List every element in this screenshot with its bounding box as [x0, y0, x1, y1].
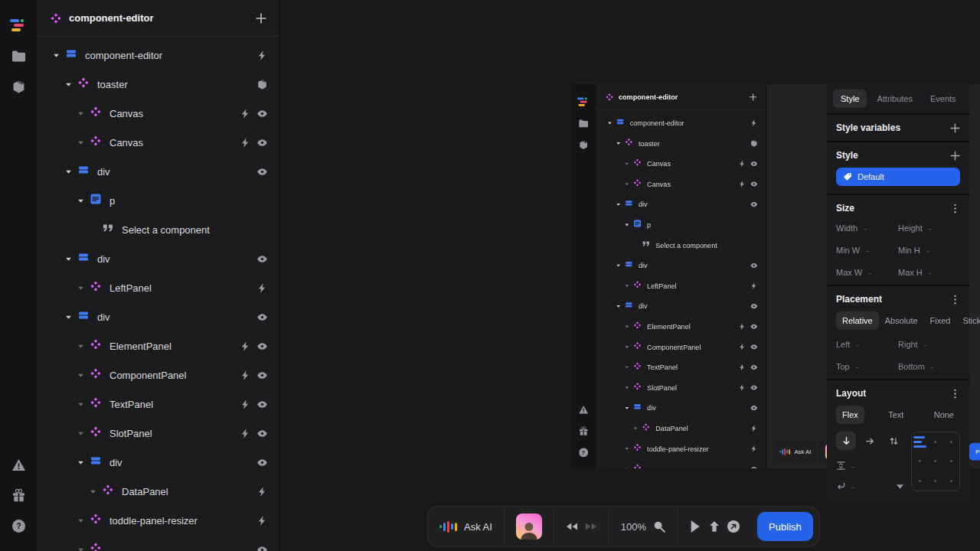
- tree-row-select-a-component[interactable]: Select a component: [596, 235, 766, 256]
- eye-icon[interactable]: [257, 109, 267, 119]
- tree-row-select-a-component[interactable]: Select a component: [37, 215, 279, 244]
- tree-row-div[interactable]: div: [596, 398, 766, 419]
- eye-icon[interactable]: [257, 254, 267, 264]
- eye-icon[interactable]: [257, 138, 267, 148]
- left-field[interactable]: Left-: [836, 340, 898, 349]
- chevron-down-icon[interactable]: [75, 110, 86, 117]
- layout-menu-button[interactable]: [950, 389, 960, 399]
- ask-ai-button[interactable]: Ask AI: [773, 440, 818, 464]
- packages-button[interactable]: [577, 139, 589, 150]
- tree-row-toaster[interactable]: toaster: [596, 133, 766, 154]
- open-live-button[interactable]: [727, 520, 740, 533]
- chevron-down-icon[interactable]: [614, 304, 622, 308]
- chevron-down-icon[interactable]: [623, 181, 631, 186]
- chevron-down-icon[interactable]: [623, 364, 631, 369]
- min-width-field[interactable]: Min W-: [836, 246, 898, 255]
- placement-menu-button[interactable]: [950, 295, 960, 305]
- eye-icon[interactable]: [750, 343, 757, 350]
- help-button[interactable]: ?: [577, 446, 589, 458]
- tree-row-componentpanel[interactable]: ComponentPanel: [37, 360, 279, 390]
- gap-control[interactable]: -: [836, 461, 903, 471]
- placement-relative-option[interactable]: Relative: [836, 311, 879, 330]
- eye-icon[interactable]: [750, 201, 757, 207]
- chevron-down-icon[interactable]: [75, 343, 86, 350]
- placement-sticky-option[interactable]: Sticky: [956, 311, 980, 330]
- tree-row-slotpanel[interactable]: SlotPanel: [37, 419, 279, 448]
- placement-fixed-option[interactable]: Fixed: [924, 311, 957, 330]
- redo-button[interactable]: [585, 520, 597, 533]
- chevron-down-icon[interactable]: [623, 446, 631, 451]
- tree-row-elementpanel[interactable]: ElementPanel: [37, 331, 279, 360]
- chevron-down-icon[interactable]: [87, 488, 98, 495]
- eye-icon[interactable]: [750, 384, 757, 391]
- projects-button[interactable]: [10, 47, 27, 64]
- layout-flex-option[interactable]: Flex: [836, 406, 864, 424]
- chevron-down-icon[interactable]: [614, 141, 622, 145]
- tree-row-canvas[interactable]: Canvas: [596, 174, 766, 194]
- chevron-down-icon[interactable]: [75, 546, 86, 551]
- add-element-button[interactable]: [750, 93, 757, 101]
- eye-icon[interactable]: [750, 160, 757, 167]
- eye-icon[interactable]: [257, 545, 267, 551]
- eye-icon[interactable]: [257, 167, 267, 177]
- chevron-down-icon[interactable]: [623, 344, 631, 349]
- tree-row-partial[interactable]: [596, 458, 766, 468]
- tree-row-component-editor[interactable]: component-editor: [37, 41, 279, 70]
- add-style-variable-button[interactable]: [950, 123, 960, 133]
- direction-row-button[interactable]: [860, 432, 880, 450]
- undo-button[interactable]: [566, 520, 578, 533]
- size-menu-button[interactable]: [950, 204, 960, 214]
- zoom-level[interactable]: 100%: [621, 521, 646, 533]
- chevron-down-icon[interactable]: [75, 139, 86, 146]
- eye-icon[interactable]: [257, 429, 267, 439]
- tab-events[interactable]: Events: [923, 90, 964, 108]
- top-field[interactable]: Top-: [836, 362, 898, 371]
- chevron-down-icon[interactable]: [63, 168, 74, 175]
- account-button[interactable]: [505, 507, 554, 546]
- wrap-control[interactable]: -: [836, 481, 903, 491]
- chevron-down-icon[interactable]: [623, 222, 631, 227]
- eye-icon[interactable]: [750, 323, 757, 330]
- tree-row-textpanel[interactable]: TextPanel: [596, 357, 766, 377]
- chevron-down-icon[interactable]: [63, 256, 74, 262]
- tree-row-canvas[interactable]: Canvas: [596, 153, 766, 174]
- issues-button[interactable]: [577, 403, 589, 415]
- tree-row-slotpanel[interactable]: SlotPanel: [596, 377, 766, 398]
- right-field[interactable]: Right-: [898, 340, 960, 349]
- issues-button[interactable]: [10, 456, 27, 473]
- eye-icon[interactable]: [750, 465, 757, 468]
- eye-icon[interactable]: [750, 364, 757, 370]
- tree-row-leftpanel[interactable]: LeftPanel: [37, 273, 279, 302]
- chevron-down-icon[interactable]: [75, 459, 86, 466]
- tree-row-div[interactable]: div: [596, 255, 766, 276]
- direction-column-button[interactable]: [836, 432, 856, 450]
- eye-icon[interactable]: [750, 181, 757, 187]
- tab-attributes[interactable]: Attributes: [869, 90, 920, 108]
- tree-row-component-editor[interactable]: component-editor: [596, 112, 766, 133]
- min-height-field[interactable]: Min H-: [898, 246, 960, 255]
- chevron-down-icon[interactable]: [75, 517, 86, 524]
- projects-button[interactable]: [577, 117, 589, 129]
- toddle-logo[interactable]: [10, 17, 27, 34]
- alignment-grid[interactable]: [911, 432, 960, 491]
- deploy-button[interactable]: [708, 520, 720, 533]
- chevron-down-icon[interactable]: [75, 285, 86, 292]
- direction-reverse-button[interactable]: [884, 432, 903, 450]
- tree-row-div[interactable]: div: [37, 448, 279, 477]
- ask-ai-button[interactable]: Ask AI: [428, 507, 504, 546]
- add-element-button[interactable]: [256, 13, 266, 24]
- eye-icon[interactable]: [750, 302, 757, 309]
- zoom-button[interactable]: [653, 520, 665, 533]
- eye-icon[interactable]: [257, 370, 267, 380]
- style-variant-default-chip[interactable]: Default: [836, 168, 960, 186]
- eye-icon[interactable]: [257, 312, 267, 322]
- wrap-dropdown-caret-icon[interactable]: [897, 484, 903, 489]
- eye-icon[interactable]: [257, 341, 267, 351]
- eye-icon[interactable]: [750, 404, 757, 411]
- tree-row-datapanel[interactable]: DataPanel: [37, 477, 279, 506]
- chevron-down-icon[interactable]: [75, 372, 86, 379]
- placement-absolute-option[interactable]: Absolute: [879, 311, 924, 330]
- publish-button[interactable]: Publish: [969, 443, 980, 461]
- chevron-down-icon[interactable]: [63, 314, 74, 321]
- tree-row-canvas[interactable]: Canvas: [37, 128, 279, 157]
